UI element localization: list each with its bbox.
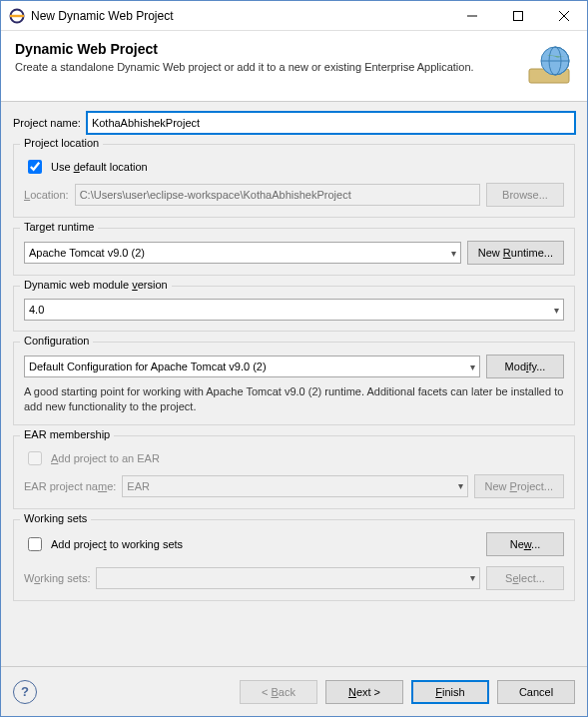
chevron-down-icon: ▾ (458, 480, 463, 491)
svg-rect-3 (514, 11, 523, 20)
modify-button[interactable]: Modify... (486, 355, 564, 378)
use-default-location-label: Use default location (51, 161, 148, 173)
titlebar: New Dynamic Web Project (1, 1, 587, 31)
svg-rect-1 (10, 14, 24, 16)
finish-button[interactable]: Finish (411, 680, 489, 704)
ear-membership-legend: EAR membership (20, 428, 114, 440)
select-working-sets-button: Select... (486, 566, 564, 590)
project-location-group: Project location Use default location Lo… (13, 144, 575, 218)
ear-project-name-value: EAR (127, 480, 150, 492)
new-runtime-button[interactable]: New Runtime... (467, 241, 564, 265)
ear-membership-group: EAR membership Add project to an EAR EAR… (13, 435, 575, 509)
minimize-button[interactable] (449, 1, 495, 31)
chevron-down-icon: ▾ (554, 305, 559, 316)
ear-project-name-label: EAR project name: (24, 480, 116, 492)
web-module-version-value: 4.0 (29, 304, 44, 316)
location-input (75, 184, 480, 206)
configuration-description: A good starting point for working with A… (24, 384, 564, 414)
chevron-down-icon: ▾ (470, 572, 475, 583)
configuration-group: Configuration Default Configuration for … (13, 342, 575, 425)
add-to-ear-label: Add project to an EAR (51, 452, 160, 464)
page-subtitle: Create a standalone Dynamic Web project … (15, 61, 517, 73)
project-location-legend: Project location (20, 137, 103, 149)
ear-project-name-select: EAR ▾ (122, 475, 467, 497)
use-default-location-checkbox[interactable] (28, 160, 42, 174)
working-sets-legend: Working sets (20, 512, 91, 524)
target-runtime-select[interactable]: Apache Tomcat v9.0 (2) ▾ (24, 242, 461, 264)
add-to-working-sets-label: Add project to working sets (51, 538, 183, 550)
add-to-ear-checkbox (28, 451, 42, 465)
working-sets-label: Working sets: (24, 572, 90, 584)
target-runtime-group: Target runtime Apache Tomcat v9.0 (2) ▾ … (13, 228, 575, 276)
wizard-header: Dynamic Web Project Create a standalone … (1, 31, 587, 102)
web-module-version-legend: Dynamic web module version (20, 279, 172, 291)
browse-button: Browse... (486, 183, 564, 207)
chevron-down-icon: ▾ (451, 248, 456, 259)
eclipse-icon (9, 8, 25, 24)
target-runtime-legend: Target runtime (20, 221, 98, 233)
configuration-legend: Configuration (20, 335, 93, 347)
web-module-version-select[interactable]: 4.0 ▾ (24, 299, 564, 321)
maximize-button[interactable] (495, 1, 541, 31)
window-title: New Dynamic Web Project (31, 9, 449, 23)
close-button[interactable] (541, 1, 587, 31)
add-to-working-sets-checkbox[interactable] (28, 537, 42, 551)
next-button[interactable]: Next > (325, 680, 403, 704)
target-runtime-value: Apache Tomcat v9.0 (2) (29, 247, 145, 259)
dialog-window: New Dynamic Web Project Dynamic Web Proj… (0, 0, 588, 717)
configuration-select[interactable]: Default Configuration for Apache Tomcat … (24, 356, 480, 377)
project-name-label: Project name: (13, 117, 81, 129)
cancel-button[interactable]: Cancel (497, 680, 575, 704)
wizard-body: Project name: Project location Use defau… (1, 102, 587, 666)
working-sets-group: Working sets Add project to working sets… (13, 519, 575, 601)
help-icon[interactable]: ? (13, 680, 37, 704)
globe-icon (525, 41, 573, 89)
project-name-input[interactable] (87, 112, 575, 134)
location-label: Location: (24, 189, 69, 201)
back-button: < Back (240, 680, 317, 704)
web-module-version-group: Dynamic web module version 4.0 ▾ (13, 286, 575, 332)
new-ear-project-button: New Project... (474, 474, 564, 498)
configuration-value: Default Configuration for Apache Tomcat … (29, 360, 267, 372)
working-sets-select: ▾ (96, 567, 480, 589)
wizard-footer: ? < Back Next > Finish Cancel (1, 666, 587, 716)
chevron-down-icon: ▾ (470, 361, 475, 372)
page-title: Dynamic Web Project (15, 41, 517, 57)
new-working-set-button[interactable]: New... (486, 532, 564, 556)
